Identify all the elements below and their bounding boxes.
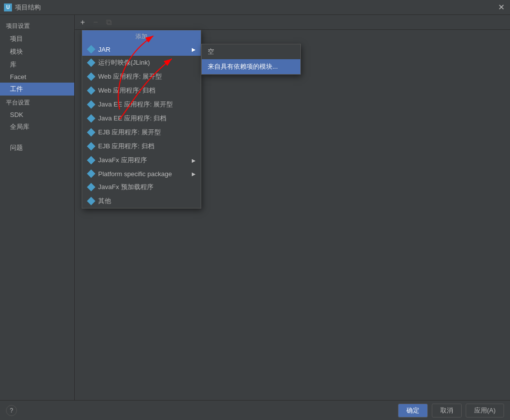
cancel-button[interactable]: 取消 <box>432 404 462 418</box>
sidebar-item-facet[interactable]: Facet <box>0 71 74 83</box>
sidebar-item-sdk[interactable]: SDK <box>0 109 74 120</box>
bottom-bar: ? 确定 取消 应用(A) <box>0 400 510 420</box>
project-settings-title: 项目设置 <box>0 19 74 32</box>
platform-label: Platform specific package <box>98 170 172 178</box>
titlebar-title: 项目结构 <box>15 3 41 12</box>
javafx-label: JavaFx 应用程序 <box>98 156 147 165</box>
menu-item-ejb-archive[interactable]: EJB 应用程序: 归档 <box>82 139 201 153</box>
jar-with-deps-label: 来自具有依赖项的模块... <box>208 62 278 71</box>
add-button[interactable]: + <box>77 16 89 28</box>
help-button[interactable]: ? <box>6 405 17 416</box>
sidebar-item-library[interactable]: 库 <box>0 58 74 71</box>
javafx-preloader-label: JavaFx 预加载程序 <box>98 183 153 192</box>
sidebar-item-module[interactable]: 模块 <box>0 45 74 58</box>
ejb-archive-icon <box>87 142 95 150</box>
dropdown-container: 添加 JAR ▶ 运行时映像(JLink) Web 应用程序: 展开型 <box>82 30 201 209</box>
javafx-icon <box>87 156 95 164</box>
sidebar-item-artifact[interactable]: 工件 <box>0 83 74 96</box>
content-area: + − ⧉ 添加 JAR ▶ 运行时映像(JLink) <box>75 15 510 400</box>
other-icon <box>87 197 95 205</box>
sidebar-item-project[interactable]: 项目 <box>0 32 74 45</box>
apply-button[interactable]: 应用(A) <box>466 404 504 418</box>
main-layout: 项目设置 项目 模块 库 Facet 工件 平台设置 SDK 全局库 问题 + … <box>0 15 510 400</box>
dropdown-menu: 添加 JAR ▶ 运行时映像(JLink) Web 应用程序: 展开型 <box>82 30 201 209</box>
web-archive-icon <box>87 87 95 95</box>
ok-button[interactable]: 确定 <box>398 404 428 418</box>
menu-item-javaee-exploded[interactable]: Java EE 应用程序: 展开型 <box>82 98 201 111</box>
jar-submenu: 空 来自具有依赖项的模块... <box>201 44 301 75</box>
jar-arrow: ▶ <box>192 47 196 52</box>
javaee-exploded-icon <box>87 101 95 108</box>
web-exploded-label: Web 应用程序: 展开型 <box>98 72 162 81</box>
menu-item-other[interactable]: 其他 <box>82 194 201 208</box>
javaee-exploded-label: Java EE 应用程序: 展开型 <box>98 100 173 109</box>
menu-item-jlink[interactable]: 运行时映像(JLink) <box>82 56 201 70</box>
jar-submenu-empty[interactable]: 空 <box>202 44 300 59</box>
remove-button[interactable]: − <box>90 16 102 28</box>
ejb-exploded-icon <box>87 128 95 136</box>
other-label: 其他 <box>98 197 111 206</box>
jar-label: JAR <box>98 46 111 53</box>
platform-settings-title: 平台设置 <box>0 96 74 109</box>
platform-arrow: ▶ <box>192 171 196 177</box>
bottom-left: ? <box>6 405 17 416</box>
sidebar-item-problems[interactable]: 问题 <box>0 141 74 154</box>
javafx-preloader-icon <box>87 183 95 191</box>
sidebar-item-global-library[interactable]: 全局库 <box>0 120 74 133</box>
javaee-archive-icon <box>87 114 95 122</box>
ejb-exploded-label: EJB 应用程序: 展开型 <box>98 128 161 137</box>
javafx-arrow: ▶ <box>192 158 196 163</box>
titlebar: U 项目结构 ✕ <box>0 0 510 15</box>
jar-icon <box>87 45 95 53</box>
sidebar: 项目设置 项目 模块 库 Facet 工件 平台设置 SDK 全局库 问题 <box>0 15 75 400</box>
menu-item-javafx-preloader[interactable]: JavaFx 预加载程序 <box>82 180 201 194</box>
jar-empty-label: 空 <box>208 47 214 56</box>
copy-button[interactable]: ⧉ <box>103 16 115 28</box>
menu-item-web-archive[interactable]: Web 应用程序: 归档 <box>82 84 201 98</box>
menu-item-web-exploded[interactable]: Web 应用程序: 展开型 <box>82 70 201 84</box>
menu-item-javafx[interactable]: JavaFx 应用程序 ▶ <box>82 153 201 167</box>
ejb-archive-label: EJB 应用程序: 归档 <box>98 142 154 151</box>
web-exploded-icon <box>87 73 95 81</box>
bottom-right: 确定 取消 应用(A) <box>398 404 504 418</box>
toolbar: + − ⧉ <box>75 15 510 30</box>
dropdown-header: 添加 <box>82 30 201 43</box>
app-icon: U <box>4 3 12 11</box>
titlebar-left: U 项目结构 <box>4 3 41 12</box>
close-button[interactable]: ✕ <box>496 2 506 12</box>
platform-icon <box>87 170 95 178</box>
jlink-icon <box>87 59 95 67</box>
web-archive-label: Web 应用程序: 归档 <box>98 86 155 95</box>
javaee-archive-label: Java EE 应用程序: 归档 <box>98 114 166 123</box>
menu-item-jar[interactable]: JAR ▶ <box>82 43 201 56</box>
menu-item-ejb-exploded[interactable]: EJB 应用程序: 展开型 <box>82 125 201 139</box>
jar-submenu-with-deps[interactable]: 来自具有依赖项的模块... <box>202 59 300 74</box>
jlink-label: 运行时映像(JLink) <box>98 58 150 67</box>
menu-item-javaee-archive[interactable]: Java EE 应用程序: 归档 <box>82 111 201 125</box>
menu-item-platform[interactable]: Platform specific package ▶ <box>82 167 201 180</box>
